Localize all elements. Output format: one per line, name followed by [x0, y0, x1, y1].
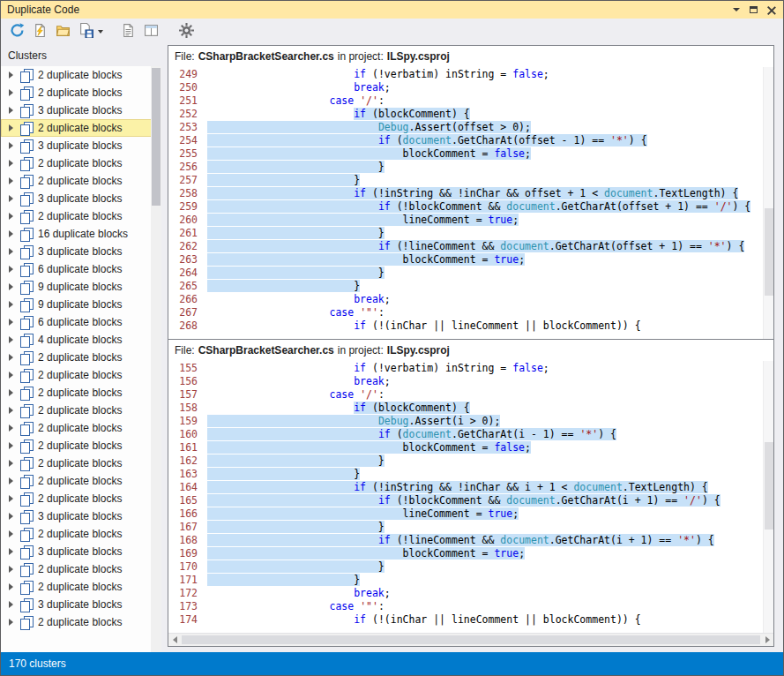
expand-arrow-icon[interactable]: [9, 89, 13, 96]
code-editor-view[interactable]: 249 if (!verbatim) inString = false;250 …: [168, 67, 763, 339]
split-view-button[interactable]: [140, 21, 161, 42]
expand-arrow-icon[interactable]: [9, 389, 13, 396]
expand-arrow-icon[interactable]: [9, 354, 13, 361]
cluster-item[interactable]: 2 duplicate blocks: [1, 454, 161, 472]
titlebar[interactable]: Duplicate Code: [1, 1, 783, 19]
code-horizontal-scrollbar[interactable]: [168, 633, 773, 646]
cluster-item[interactable]: 4 duplicate blocks: [1, 331, 161, 349]
line-number: 250: [168, 81, 207, 94]
expand-arrow-icon[interactable]: [9, 142, 13, 149]
expand-arrow-icon[interactable]: [9, 230, 13, 237]
cluster-item-label: 6 duplicate blocks: [38, 263, 122, 275]
close-button[interactable]: [764, 4, 779, 17]
cluster-item[interactable]: 2 duplicate blocks: [1, 419, 161, 437]
dropdown-arrow-icon[interactable]: [98, 30, 103, 34]
open-folder-button[interactable]: [52, 21, 73, 42]
cluster-item[interactable]: 2 duplicate blocks: [1, 349, 161, 366]
expand-arrow-icon[interactable]: [9, 213, 13, 220]
expand-arrow-icon[interactable]: [9, 495, 13, 502]
cluster-item[interactable]: 2 duplicate blocks: [1, 613, 161, 631]
code-line: 257 }: [168, 174, 763, 187]
expand-arrow-icon[interactable]: [9, 372, 13, 379]
clusters-header: Clusters: [1, 45, 161, 66]
cluster-item[interactable]: 2 duplicate blocks: [1, 560, 161, 578]
cluster-item[interactable]: 3 duplicate blocks: [1, 243, 161, 260]
expand-arrow-icon[interactable]: [9, 266, 13, 273]
cluster-item[interactable]: 2 duplicate blocks: [1, 490, 161, 507]
expand-arrow-icon[interactable]: [9, 71, 13, 79]
refresh-button[interactable]: [6, 21, 27, 42]
cluster-item[interactable]: 2 duplicate blocks: [1, 84, 161, 101]
cluster-item[interactable]: 2 duplicate blocks: [1, 578, 161, 596]
cluster-item[interactable]: 3 duplicate blocks: [1, 190, 161, 207]
expand-arrow-icon[interactable]: [9, 477, 13, 484]
expand-arrow-icon[interactable]: [9, 566, 13, 573]
scrollbar-thumb[interactable]: [765, 442, 773, 530]
expand-arrow-icon[interactable]: [9, 583, 13, 590]
code-line: 162 }: [168, 454, 763, 468]
report-view-button[interactable]: [117, 21, 138, 42]
expand-arrow-icon[interactable]: [9, 619, 13, 626]
expand-arrow-icon[interactable]: [9, 301, 13, 308]
expand-arrow-icon[interactable]: [9, 548, 13, 555]
expand-arrow-icon[interactable]: [9, 442, 13, 449]
cluster-item-label: 3 duplicate blocks: [38, 139, 122, 152]
expand-arrow-icon[interactable]: [9, 530, 13, 537]
cluster-item[interactable]: 2 duplicate blocks: [1, 402, 161, 419]
export-button[interactable]: [75, 21, 96, 42]
cluster-item[interactable]: 9 duplicate blocks: [1, 296, 161, 313]
cluster-item[interactable]: 3 duplicate blocks: [1, 137, 161, 154]
cluster-item[interactable]: 2 duplicate blocks: [1, 472, 161, 490]
cluster-item[interactable]: 9 duplicate blocks: [1, 278, 161, 296]
code-vertical-scrollbar[interactable]: [763, 361, 773, 633]
window-position-button[interactable]: [728, 4, 743, 17]
cluster-item[interactable]: 2 duplicate blocks: [1, 66, 161, 84]
cluster-item[interactable]: 6 duplicate blocks: [1, 260, 161, 278]
cluster-item-label: 2 duplicate blocks: [38, 563, 122, 575]
expand-arrow-icon[interactable]: [9, 248, 13, 255]
gear-icon: [179, 23, 194, 41]
cluster-item[interactable]: 2 duplicate blocks: [1, 172, 161, 190]
cluster-item[interactable]: 6 duplicate blocks: [1, 313, 161, 331]
cluster-item[interactable]: 2 duplicate blocks: [1, 437, 161, 454]
cluster-item[interactable]: 2 duplicate blocks: [1, 207, 161, 225]
scrollbar-thumb[interactable]: [152, 68, 161, 206]
scroll-right-button[interactable]: [761, 634, 773, 646]
code-line: 161 blockComment = false;: [168, 441, 763, 454]
expand-arrow-icon[interactable]: [9, 195, 13, 202]
expand-arrow-icon[interactable]: [9, 513, 13, 520]
expand-arrow-icon[interactable]: [9, 283, 13, 290]
code-line: 262 if (!lineComment && document.GetChar…: [168, 240, 763, 253]
expand-arrow-icon[interactable]: [9, 124, 13, 131]
cluster-item[interactable]: 3 duplicate blocks: [1, 507, 161, 525]
duplicate-blocks-icon: [20, 563, 33, 576]
scrollbar-thumb[interactable]: [765, 208, 773, 296]
scrollbar-thumb[interactable]: [182, 635, 760, 644]
expand-arrow-icon[interactable]: [9, 407, 13, 414]
settings-button[interactable]: [175, 21, 197, 42]
cluster-item[interactable]: 2 duplicate blocks: [1, 119, 161, 137]
analyze-button[interactable]: [29, 21, 50, 42]
cluster-item[interactable]: 2 duplicate blocks: [1, 525, 161, 543]
expand-arrow-icon[interactable]: [9, 424, 13, 432]
code-vertical-scrollbar[interactable]: [763, 67, 773, 339]
expand-arrow-icon[interactable]: [9, 460, 13, 467]
cluster-item[interactable]: 2 duplicate blocks: [1, 366, 161, 384]
scroll-left-button[interactable]: [168, 634, 181, 646]
cluster-item[interactable]: 3 duplicate blocks: [1, 101, 161, 119]
cluster-item[interactable]: 3 duplicate blocks: [1, 543, 161, 560]
cluster-item[interactable]: 16 duplicate blocks: [1, 225, 161, 243]
cluster-list[interactable]: 2 duplicate blocks2 duplicate blocks3 du…: [1, 66, 161, 652]
code-editor-view[interactable]: 155 if (!verbatim) inString = false;156 …: [168, 361, 763, 633]
clusters-vertical-scrollbar[interactable]: [151, 66, 161, 652]
expand-arrow-icon[interactable]: [9, 601, 13, 608]
expand-arrow-icon[interactable]: [9, 319, 13, 326]
expand-arrow-icon[interactable]: [9, 177, 13, 184]
expand-arrow-icon[interactable]: [9, 160, 13, 167]
cluster-item[interactable]: 3 duplicate blocks: [1, 596, 161, 613]
expand-arrow-icon[interactable]: [9, 107, 13, 114]
cluster-item[interactable]: 2 duplicate blocks: [1, 384, 161, 402]
cluster-item[interactable]: 2 duplicate blocks: [1, 154, 161, 172]
expand-arrow-icon[interactable]: [9, 336, 13, 343]
float-window-button[interactable]: [746, 4, 761, 17]
